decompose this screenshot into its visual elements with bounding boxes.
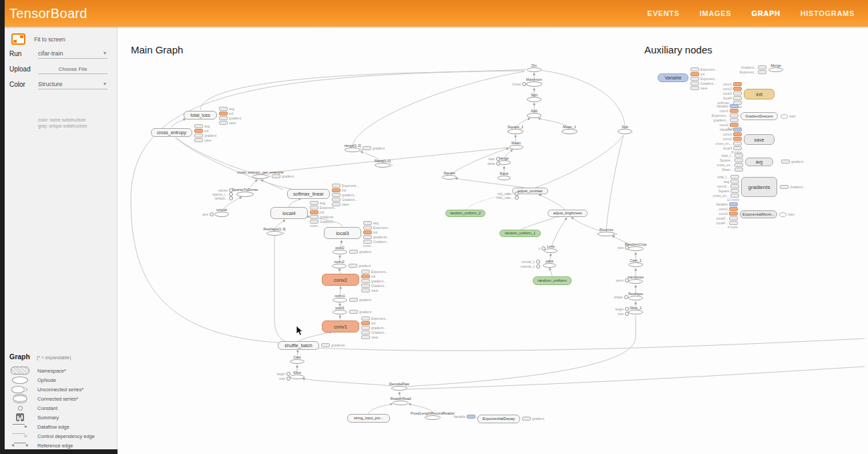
satellite-row[interactable]: avg <box>363 221 390 225</box>
exponential_movin-node[interactable]: ExponentialMovin... <box>740 210 777 218</box>
satellite-cluster[interactable]: train <box>781 114 796 119</box>
satellite-row[interactable]: gradient... <box>361 326 388 330</box>
satellite-cluster[interactable]: Exponent...initgradient...Gradient...sav… <box>361 270 388 292</box>
local4-node[interactable]: local4 <box>270 207 308 219</box>
constant-size[interactable]: size <box>279 377 290 381</box>
satellite-cluster[interactable]: total_l...Square...cross_en...Mean... <box>717 154 743 172</box>
satellite-row[interactable]: 12 more <box>727 198 739 202</box>
satellite-row[interactable]: Exponent... <box>712 114 738 118</box>
satellite-row[interactable]: Exponent... <box>690 77 717 81</box>
slice-node[interactable]: Slice <box>290 375 304 379</box>
satellite-cluster[interactable]: avginitgradientsave <box>219 107 241 125</box>
satellite-row[interactable]: gradient... <box>332 193 359 197</box>
div-node[interactable]: Div <box>527 67 541 72</box>
tab-events[interactable]: EVENTS <box>648 9 680 17</box>
satellite-cluster[interactable]: total_l...avgnorm2...Squarecross_en...12… <box>713 175 739 202</box>
random_uniform_1-node[interactable]: random_uniform_1 <box>499 230 541 237</box>
satellite-row[interactable]: gradient <box>349 250 371 254</box>
satellite-row[interactable]: gradient... <box>361 279 388 283</box>
avg-node[interactable]: avg <box>745 158 773 166</box>
gradients-node[interactable]: gradients <box>741 177 777 197</box>
satellite-row[interactable]: save <box>361 335 388 339</box>
satellite-cluster[interactable]: gradient <box>349 298 371 302</box>
satellite-row[interactable]: Mean... <box>722 168 743 172</box>
satellite-row[interactable]: gradients <box>310 215 337 219</box>
satellite-cluster[interactable]: Variableconv1conv2cross_en...local38 mor… <box>716 128 742 154</box>
satellite-row[interactable]: Gradient... <box>780 185 805 189</box>
satellite-row[interactable]: Square... <box>720 158 743 162</box>
satellite-row[interactable]: cross_en... <box>716 142 742 146</box>
satellite-row[interactable]: save <box>194 138 216 142</box>
constant-axis[interactable]: axis <box>202 212 214 216</box>
satellite-row[interactable]: conv1 <box>720 109 738 113</box>
satellite-row[interactable]: train <box>779 212 795 217</box>
satellite-cluster[interactable]: Variableconv1conv2local3...local4...4 mo… <box>716 202 738 229</box>
concat-node[interactable]: concat <box>214 212 229 217</box>
choose-file-button[interactable]: Choose File <box>38 64 107 74</box>
satellite-row[interactable]: Exponent... <box>363 226 390 230</box>
pack-node[interactable]: pack <box>543 263 556 268</box>
reverse-node[interactable]: Reverse <box>598 232 615 236</box>
sub-node[interactable]: Sub <box>618 129 632 134</box>
square-node[interactable]: Square <box>442 175 457 180</box>
constant-perm[interactable]: perm <box>616 278 629 282</box>
satellite-row[interactable]: gradient <box>272 174 294 178</box>
sqrt-node[interactable]: Sqrt <box>527 97 541 102</box>
satellite-cluster[interactable]: gradient <box>522 417 544 421</box>
satellite-cluster[interactable]: gradient <box>349 310 371 314</box>
satellite-row[interactable]: init <box>361 321 388 325</box>
fixed_length_record_reader-node[interactable]: FixedLengthRecordReader <box>425 415 441 420</box>
satellite-row[interactable]: conv1 <box>723 132 742 136</box>
satellite-row[interactable]: local4 <box>723 96 742 100</box>
satellite-row[interactable]: more... <box>310 224 337 228</box>
satellite-row[interactable]: norm2... <box>717 184 739 188</box>
satellite-row[interactable]: save <box>690 86 717 90</box>
cross_entropy-node[interactable]: cross_entropy <box>151 128 192 137</box>
constant-begin[interactable]: begin <box>277 372 290 376</box>
satellite-row[interactable]: init <box>361 274 388 278</box>
rank_op-node[interactable]: Rank <box>497 176 511 180</box>
reshape_1_3-node[interactable]: Reshape[1-3] <box>266 231 282 236</box>
satellite-row[interactable]: init <box>194 129 216 133</box>
transpose-node[interactable]: transpose <box>628 279 643 284</box>
color-select[interactable]: Structure ▾ <box>38 79 107 89</box>
satellite-row[interactable]: gradient... <box>714 118 738 122</box>
constant-shape[interactable]: shape <box>614 295 628 299</box>
decode_raw-node[interactable]: DecodeRaw <box>391 386 407 391</box>
softmax_linear-node[interactable]: softmax_linear <box>287 189 330 199</box>
satellite-row[interactable]: gradients <box>321 343 345 347</box>
satellite-row[interactable]: Gradient... <box>361 330 388 334</box>
constant-delta[interactable]: delta <box>487 162 500 166</box>
satellite-row[interactable]: local3... <box>716 216 738 220</box>
fit-to-screen-icon[interactable] <box>11 33 25 45</box>
satellite-cluster[interactable]: Exponent...initExponent...Gradient...sav… <box>690 67 717 90</box>
satellite-row[interactable]: Exponent... <box>740 70 767 74</box>
random_uniform_2-node[interactable]: random_uniform_2 <box>445 210 485 217</box>
constant-size[interactable]: size <box>618 312 629 316</box>
satellite-cluster[interactable]: Variableconv1Exponent...gradient...conv2… <box>712 104 738 131</box>
adjust_brightness-node[interactable]: adjust_brightness <box>548 210 588 217</box>
satellite-row[interactable]: Gradient... <box>690 81 717 85</box>
satellite-row[interactable]: init <box>310 210 337 214</box>
norm1-node[interactable]: norm1 <box>333 298 347 302</box>
variable-node[interactable]: Variable <box>658 73 688 82</box>
tab-images[interactable]: IMAGES <box>700 9 732 17</box>
satellite-cluster[interactable]: gradient <box>272 174 294 178</box>
satellite-row[interactable]: avg <box>310 201 337 205</box>
local3-node[interactable]: local3 <box>324 227 361 239</box>
tab-histograms[interactable]: HISTOGRAMS <box>801 9 855 17</box>
sparse_to_dense-node[interactable]: SparseToDense <box>236 192 254 197</box>
satellite-row[interactable]: gradient <box>522 417 544 421</box>
mean_1-node[interactable]: Mean_1 <box>562 129 578 134</box>
less-node[interactable]: Less <box>544 248 558 253</box>
constant-default-[interactable]: default... <box>215 196 233 200</box>
add-node[interactable]: Add <box>527 113 541 118</box>
satellite-cluster[interactable]: Gradient... <box>780 185 805 189</box>
constant-size[interactable]: size <box>618 246 629 250</box>
cross_entropy_per_example-node[interactable]: cross_entropy_per_example <box>252 174 268 179</box>
satellite-row[interactable]: avg <box>724 180 739 184</box>
conv1-node[interactable]: conv1 <box>322 320 359 332</box>
reshape-node[interactable]: Reshape <box>628 296 643 300</box>
satellite-row[interactable]: total_l... <box>717 175 739 179</box>
norm2-node[interactable]: norm2 <box>332 264 347 268</box>
